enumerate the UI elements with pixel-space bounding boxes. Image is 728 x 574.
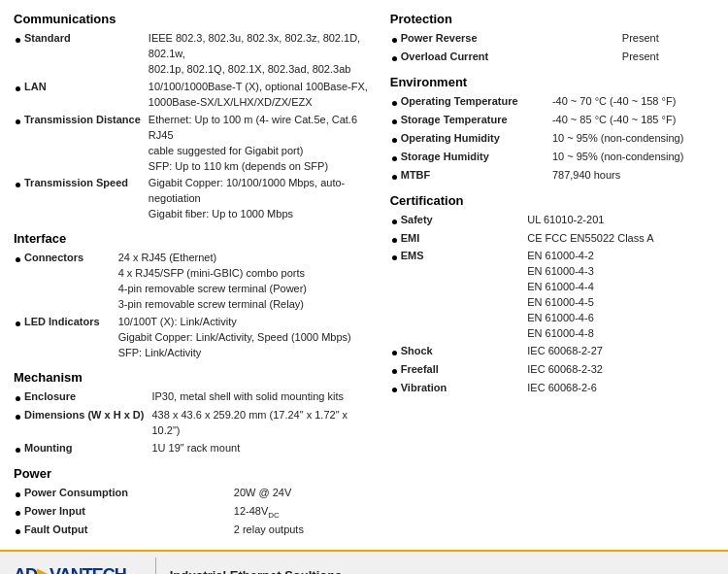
row-value: EN 61000-4-2 EN 61000-4-3 EN 61000-4-4 E…: [525, 248, 714, 343]
section-title-protection: Protection: [390, 12, 714, 26]
bullet-icon: [16, 448, 20, 453]
bullet-icon: [392, 175, 397, 180]
row-value: 10/100/1000Base-T (X), optional 100Base-…: [147, 79, 371, 112]
interface-table: Connectors 24 x RJ45 (Ethernet) 4 x RJ45…: [14, 250, 371, 362]
table-row: LED Indicators 10/100T (X): Link/Activit…: [14, 314, 371, 362]
right-column: Protection Power Reverse Present Overloa…: [390, 12, 714, 540]
footer-divider: [155, 557, 156, 574]
bullet-icon: [16, 321, 20, 326]
footer-logo: AD▶VANTECH: [14, 564, 126, 574]
row-value: 2 relay outputs: [232, 522, 371, 540]
certification-table: Safety UL 61010-2-201 EMI CE FCC EN55022…: [390, 212, 714, 398]
row-label-shock: Shock: [399, 343, 526, 361]
table-row: Freefall IEC 60068-2-32: [390, 361, 714, 380]
row-label-mtbf: MTBF: [399, 167, 550, 186]
bullet-icon: [392, 238, 397, 243]
table-row: Safety UL 61010-2-201: [390, 212, 714, 230]
row-label: LED Indicators: [22, 314, 116, 362]
row-label: Fault Output: [22, 522, 232, 540]
table-row: Transmission Speed Gigabit Copper: 10/10…: [14, 175, 371, 223]
row-label: Enclosure: [22, 388, 149, 407]
row-label: Mounting: [22, 440, 149, 458]
footer: AD▶VANTECH Industrial Ethernet Soultions…: [0, 550, 728, 574]
bullet-icon: [16, 492, 20, 497]
row-label: Connectors: [22, 250, 116, 314]
row-label-power-input: Power Input: [22, 503, 232, 523]
bullet-icon: [16, 86, 20, 91]
logo-vantech: VANTECH: [50, 565, 126, 574]
row-label-power-consumption: Power Consumption: [22, 485, 232, 503]
bullet-icon: [392, 388, 397, 392]
row-value: CE FCC EN55022 Class A: [525, 230, 714, 249]
table-row: Storage Humidity 10 ~ 95% (non-condensin…: [390, 149, 714, 167]
table-row: Operating Temperature -40 ~ 70 °C (-40 ~…: [390, 93, 714, 112]
bullet-icon: [392, 56, 397, 61]
row-label: Transmission Speed: [22, 175, 147, 223]
row-value: 1U 19" rack mount: [149, 440, 370, 458]
environment-table: Operating Temperature -40 ~ 70 °C (-40 ~…: [390, 93, 714, 186]
table-row: LAN 10/100/1000Base-T (X), optional 100B…: [14, 79, 371, 112]
section-title-interface: Interface: [14, 231, 371, 246]
row-label-ems: EMS: [399, 248, 526, 343]
bullet-icon: [392, 369, 397, 374]
bullet-icon: [16, 396, 20, 401]
table-row: Fault Output 2 relay outputs: [14, 522, 371, 540]
row-value: -40 ~ 85 °C (-40 ~ 185 °F): [550, 112, 714, 130]
bullet-icon: [392, 119, 397, 124]
row-value: 10/100T (X): Link/Activity Gigabit Coppe…: [116, 314, 371, 362]
row-value: 20W @ 24V: [232, 485, 371, 503]
table-row: EMI CE FCC EN55022 Class A: [390, 230, 714, 249]
section-title-communications: Communications: [14, 12, 371, 26]
row-label-op-humidity: Operating Humidity: [399, 130, 550, 149]
row-label: Transmission Distance: [22, 112, 147, 176]
bullet-icon: [16, 511, 20, 516]
table-row: Standard IEEE 802.3, 802.3u, 802.3x, 802…: [14, 30, 371, 79]
bullet-icon: [392, 156, 397, 161]
bullet-icon: [16, 257, 20, 262]
left-column: Communications Standard IEEE 802.3, 802.…: [14, 12, 371, 540]
row-label: Dimensions (W x H x D): [22, 407, 149, 440]
row-value: 12-48VDC: [232, 503, 371, 523]
row-label-vibration: Vibration: [399, 380, 526, 398]
row-value: 787,940 hours: [550, 167, 714, 186]
table-row: Power Input 12-48VDC: [14, 503, 371, 523]
table-row: Mounting 1U 19" rack mount: [14, 440, 371, 458]
logo-advan: AD: [14, 565, 37, 574]
table-row: Connectors 24 x RJ45 (Ethernet) 4 x RJ45…: [14, 250, 371, 314]
footer-tagline: Industrial Ethernet Soultions: [170, 568, 714, 574]
table-row: Enclosure IP30, metal shell with solid m…: [14, 388, 371, 407]
row-value: 24 x RJ45 (Ethernet) 4 x RJ45/SFP (mini-…: [116, 250, 371, 314]
row-label-storage-humidity: Storage Humidity: [399, 149, 550, 167]
bullet-icon: [16, 119, 20, 124]
bullet-icon: [392, 351, 397, 355]
row-label: LAN: [22, 79, 147, 112]
bullet-icon: [392, 101, 397, 106]
bullet-icon: [16, 183, 20, 187]
row-value: IP30, metal shell with solid mounting ki…: [149, 388, 370, 407]
row-value: IEEE 802.3, 802.3u, 802.3x, 802.3z, 802.…: [147, 30, 371, 79]
section-title-power: Power: [14, 466, 371, 481]
bullet-icon: [16, 529, 20, 534]
row-value: 438 x 43.6 x 259.20 mm (17.24" x 1.72" x…: [149, 407, 370, 440]
table-row: Vibration IEC 60068-2-6: [390, 380, 714, 398]
logo-tech: ▶: [37, 564, 50, 574]
table-row: Operating Humidity 10 ~ 95% (non-condens…: [390, 130, 714, 149]
row-value: -40 ~ 70 °C (-40 ~ 158 °F): [550, 93, 714, 112]
table-row: Transmission Distance Ethernet: Up to 10…: [14, 112, 371, 176]
section-title-certification: Certification: [390, 193, 714, 208]
table-row: Overload Current Present: [390, 49, 714, 67]
table-row: Shock IEC 60068-2-27: [390, 343, 714, 361]
table-row: EMS EN 61000-4-2 EN 61000-4-3 EN 61000-4…: [390, 248, 714, 343]
table-row: Storage Temperature -40 ~ 85 °C (-40 ~ 1…: [390, 112, 714, 130]
row-value: IEC 60068-2-6: [525, 380, 714, 398]
row-label-emi: EMI: [399, 230, 526, 249]
bullet-icon: [16, 38, 20, 43]
table-row: Power Reverse Present: [390, 30, 714, 49]
row-label-overload-current: Overload Current: [399, 49, 620, 67]
section-title-environment: Environment: [390, 75, 714, 89]
row-value: Ethernet: Up to 100 m (4- wire Cat.5e, C…: [147, 112, 371, 176]
power-table: Power Consumption 20W @ 24V Power Input …: [14, 485, 371, 541]
bullet-icon: [392, 38, 397, 43]
bullet-icon: [392, 219, 397, 224]
protection-table: Power Reverse Present Overload Current P…: [390, 30, 714, 67]
